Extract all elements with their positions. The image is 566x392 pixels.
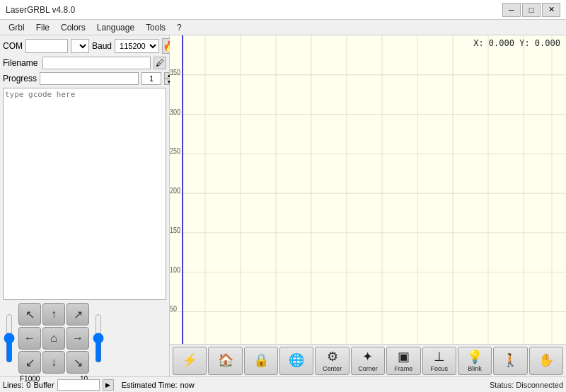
right-slider-area xyxy=(92,303,105,374)
menu-bar: Grbl File Colors Language Tools ? xyxy=(0,20,566,35)
tool-globe-button[interactable]: 🌐 xyxy=(279,347,313,375)
buffer-btn[interactable]: ▶ xyxy=(103,379,114,391)
center-icon: ⚙ xyxy=(327,349,338,364)
tool-frame-label: Frame xyxy=(394,365,412,372)
left-slider[interactable] xyxy=(3,313,16,363)
status-bar: Lines: 0 Buffer ▶ Estimated Time: now St… xyxy=(0,376,566,392)
tool-walk-button[interactable]: 🚶 xyxy=(493,347,527,375)
nav-down-left-button[interactable]: ↙ xyxy=(18,351,41,374)
tool-lock-button[interactable]: 🔒 xyxy=(244,347,278,375)
window-title: LaserGRBL v4.8.0 xyxy=(6,5,75,15)
left-slider-area xyxy=(3,303,16,374)
walk-icon: 🚶 xyxy=(502,352,518,368)
main-layout: COM Baud 115200 9600 19200 38400 57600 2… xyxy=(0,35,566,376)
corner-icon: ✦ xyxy=(362,349,373,364)
baud-select[interactable]: 115200 9600 19200 38400 57600 230400 xyxy=(115,39,159,53)
estimated-value: now xyxy=(180,381,195,389)
tool-corner-label: Corner xyxy=(358,365,378,372)
nav-right-button[interactable]: → xyxy=(67,327,89,350)
progress-input[interactable] xyxy=(40,72,139,85)
nav-home-button[interactable]: ⌂ xyxy=(42,327,65,350)
svg-text:50: 50 xyxy=(170,305,177,313)
menu-language[interactable]: Language xyxy=(91,21,140,34)
svg-text:300: 300 xyxy=(170,108,180,116)
right-panel: X: 0.000 Y: 0.000 xyxy=(170,35,566,376)
focus-icon: ⊥ xyxy=(434,349,445,364)
progress-row: Progress ▲ ▼ ▶ xyxy=(3,71,166,86)
tool-center-label: Center xyxy=(323,365,342,372)
filename-input[interactable] xyxy=(42,57,151,69)
nav-up-right-button[interactable]: ↗ xyxy=(67,303,89,325)
status-right: Status: Disconnected xyxy=(490,381,563,389)
filename-label: Filename xyxy=(3,58,40,68)
canvas-tools: ⚡ 🏠 🔒 🌐 ⚙ Center ✦ Corner xyxy=(170,344,566,376)
estimated-label: Estimated Time: xyxy=(122,381,178,389)
nav-down-right-button[interactable]: ↘ xyxy=(67,351,89,374)
nav-grid: ↖ ↑ ↗ ← ⌂ → ↙ ↓ ↘ xyxy=(18,303,89,374)
close-button[interactable]: ✕ xyxy=(542,3,560,17)
nav-up-left-button[interactable]: ↖ xyxy=(18,303,41,325)
tool-blink-label: Blink xyxy=(468,365,482,372)
gcode-textarea[interactable] xyxy=(3,88,166,300)
coord-display: X: 0.000 Y: 0.000 xyxy=(473,38,560,48)
tool-hand-button[interactable]: ✋ xyxy=(529,347,563,375)
menu-colors[interactable]: Colors xyxy=(55,21,91,34)
hand-icon: ✋ xyxy=(538,352,554,368)
globe-icon: 🌐 xyxy=(289,352,304,368)
filename-row: Filename 🖊 xyxy=(3,57,166,69)
status-left: Lines: 0 Buffer ▶ Estimated Time: now xyxy=(3,379,195,391)
right-slider[interactable] xyxy=(92,313,105,363)
menu-grbl[interactable]: Grbl xyxy=(3,21,30,34)
menu-file[interactable]: File xyxy=(30,21,55,34)
baud-label: Baud xyxy=(92,41,112,51)
buffer-input[interactable] xyxy=(57,379,100,391)
nav-up-button[interactable]: ↑ xyxy=(42,303,65,325)
tool-home-button[interactable]: 🏠 xyxy=(208,347,242,375)
controls-area: ↖ ↑ ↗ ← ⌂ → ↙ ↓ ↘ F1000 10 xyxy=(3,303,166,374)
nav-and-labels: ↖ ↑ ↗ ← ⌂ → ↙ ↓ ↘ F1000 10 xyxy=(18,303,89,374)
window-controls: ─ □ ✕ xyxy=(502,3,560,17)
minimize-button[interactable]: ─ xyxy=(502,3,521,17)
svg-text:200: 200 xyxy=(170,187,180,195)
menu-tools[interactable]: Tools xyxy=(140,21,171,34)
progress-number[interactable] xyxy=(142,72,161,85)
left-panel: COM Baud 115200 9600 19200 38400 57600 2… xyxy=(0,35,170,376)
com-input[interactable] xyxy=(25,39,68,53)
tool-corner-button[interactable]: ✦ Corner xyxy=(351,347,385,375)
status-label: Status: xyxy=(490,381,514,389)
svg-text:150: 150 xyxy=(170,226,180,234)
tool-frame-button[interactable]: ▣ Frame xyxy=(386,347,420,375)
status-value: Disconnected xyxy=(516,381,563,389)
svg-text:250: 250 xyxy=(170,147,180,156)
laser-icon: ⚡ xyxy=(182,352,197,368)
menu-help[interactable]: ? xyxy=(171,21,187,34)
connection-row: COM Baud 115200 9600 19200 38400 57600 2… xyxy=(3,38,166,54)
home-icon: 🏠 xyxy=(218,352,233,368)
nav-left-button[interactable]: ← xyxy=(18,327,41,350)
tool-laser-button[interactable]: ⚡ xyxy=(173,347,207,375)
progress-label: Progress xyxy=(3,74,37,83)
tool-center-button[interactable]: ⚙ Center xyxy=(315,347,349,375)
tool-focus-button[interactable]: ⊥ Focus xyxy=(422,347,456,375)
tool-blink-button[interactable]: 💡 Blink xyxy=(458,347,492,375)
buffer-label: Buffer xyxy=(33,381,54,389)
com-select[interactable] xyxy=(71,39,89,53)
lines-value: 0 xyxy=(26,381,30,389)
com-label: COM xyxy=(3,41,23,51)
tool-focus-label: Focus xyxy=(430,365,448,372)
svg-text:100: 100 xyxy=(170,265,180,274)
blink-icon: 💡 xyxy=(467,349,483,364)
maximize-button[interactable]: □ xyxy=(522,3,541,17)
lines-label: Lines: xyxy=(3,381,23,389)
canvas-svg: 50 100 150 200 250 300 350 400 450 500 5… xyxy=(170,35,566,376)
nav-down-button[interactable]: ↓ xyxy=(42,351,65,374)
svg-text:350: 350 xyxy=(170,68,180,76)
open-file-button[interactable]: 🖊 xyxy=(154,57,166,69)
frame-icon: ▣ xyxy=(398,349,410,364)
title-bar: LaserGRBL v4.8.0 ─ □ ✕ xyxy=(0,0,566,20)
lock-icon: 🔒 xyxy=(253,352,269,368)
